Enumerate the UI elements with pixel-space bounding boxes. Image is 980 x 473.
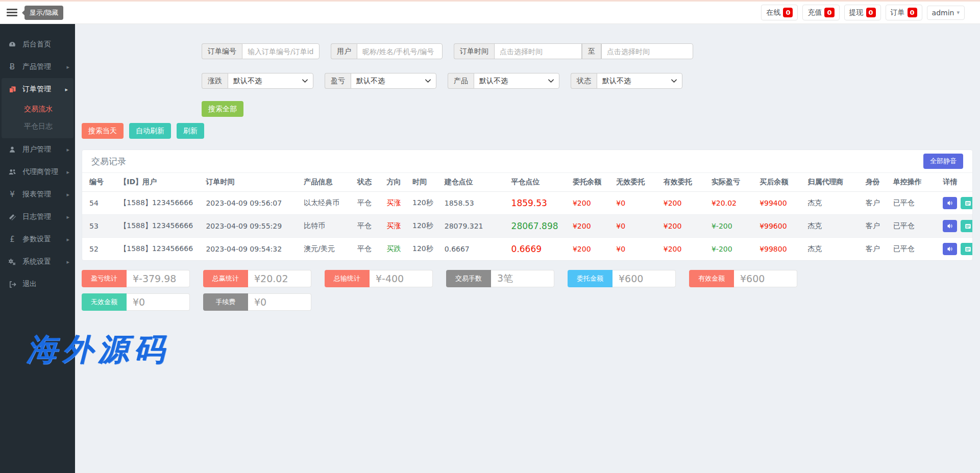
cell-open: 1858.53 [437,192,504,215]
sidebar-item-reports[interactable]: ¥ 报表管理 ▸ [0,183,75,206]
chevron-down-icon [671,79,677,83]
col-identity: 身份 [859,173,886,192]
cell-entrust-balance: ¥200 [566,238,609,261]
sidebar-item-logs[interactable]: 日志管理 ▸ [0,206,75,228]
col-close-point: 平仓点位 [504,173,566,192]
status-select[interactable]: 默认不选 [597,73,682,89]
search-all-button[interactable]: 搜索全部 [202,101,243,117]
col-open-point: 建仓点位 [437,173,504,192]
list-icon [965,223,971,230]
cell-profit: ¥-200 [704,238,752,261]
cell-product: 比特币 [297,215,350,238]
refresh-button[interactable]: 刷新 [177,123,204,139]
cell-invalid-entrust: ¥0 [609,215,656,238]
sidebar-toggle-icon[interactable] [7,7,17,18]
recharge-count-button[interactable]: 充值 0 [802,5,839,20]
sidebar-item-label: 报表管理 [22,190,51,199]
profit-select[interactable]: 默认不选 [351,73,436,89]
search-today-button[interactable]: 搜索当天 [82,123,124,139]
sidebar-item-parameters[interactable]: £ 参数设置 ▸ [0,228,75,251]
admin-menu-button[interactable]: admin ▾ [927,6,965,20]
sidebar-item-dashboard[interactable]: 后台首页 [0,33,75,56]
detail-button[interactable] [961,220,972,232]
cell-entrust-balance: ¥200 [566,192,609,215]
sidebar-subitem-close-log[interactable]: 平仓日志 [2,118,74,135]
chevron-right-icon: ▸ [66,169,69,176]
stat-label: 委托金额 [568,270,612,287]
cell-id: 54 [82,192,112,215]
voice-button[interactable] [943,197,957,209]
cell-direction: 买涨 [379,215,405,238]
users-icon [7,168,18,176]
chevron-right-icon: ▸ [66,146,69,153]
filter-profit: 盈亏 默认不选 [325,73,436,89]
pound-icon: £ [7,235,18,244]
recharge-badge: 0 [824,8,834,17]
stat-fee: 手续费 ¥0 [203,293,311,311]
filter-product-label: 产品 [448,73,474,89]
sidebar-item-orders[interactable]: 订单管理 ▸ [2,78,74,101]
sidebar-item-label: 日志管理 [22,212,51,221]
updown-select[interactable]: 默认不选 [228,73,313,89]
sidebar-item-logout[interactable]: 退出 [0,273,75,295]
stat-value: 3笔 [491,270,554,287]
sidebar-group-orders: 订单管理 ▸ 交易流水 平仓日志 [2,78,74,138]
sidebar-item-label: 用户管理 [22,145,51,154]
filters-row-1: 订单编号 用户 订单时间 至 [202,43,693,59]
filter-user-label: 用户 [331,43,357,59]
volume-icon [947,246,953,252]
col-after-balance: 买后余额 [752,173,800,192]
product-select[interactable]: 默认不选 [474,73,559,89]
filter-profit-label: 盈亏 [325,73,351,89]
table-row: 52 【1588】123456666 2023-04-09 09:54:32 澳… [82,238,972,261]
withdraw-count-button[interactable]: 提现 0 [844,5,881,20]
col-id: 编号 [82,173,112,192]
sidebar-item-agents[interactable]: 代理商管理 ▸ [0,161,75,183]
cell-id: 52 [82,238,112,261]
withdraw-badge: 0 [866,8,876,17]
user-input[interactable] [357,43,443,59]
chevron-down-icon: ▾ [957,9,960,16]
filters-row-2: 涨跌 默认不选 盈亏 默认不选 产品 默认不选 状态 默认不选 [202,73,682,89]
cell-open: 0.6667 [437,238,504,261]
sidebar-item-system[interactable]: 系统设置 ▸ [0,251,75,273]
detail-button[interactable] [961,197,972,209]
voice-button[interactable] [943,243,957,255]
order-no-input[interactable] [242,43,320,59]
list-icon [965,200,971,207]
order-badge: 0 [908,8,917,17]
col-product: 产品信息 [297,173,350,192]
auto-refresh-button[interactable]: 自动刷新 [129,123,171,139]
status-select-value: 默认不选 [602,77,631,86]
voice-button[interactable] [943,220,957,232]
recharge-label: 充值 [807,8,822,17]
stat-value: ¥-379.98 [127,270,190,287]
time-from-input[interactable] [494,43,582,59]
stat-label: 手续费 [203,293,248,311]
cell-duration: 120秒 [405,238,437,261]
mute-all-button[interactable]: 全部静音 [923,154,963,169]
sidebar-item-users[interactable]: 用户管理 ▸ [0,138,75,161]
yen-icon: ¥ [7,190,18,199]
sidebar-item-products[interactable]: Ƀ 产品管理 ▸ [0,56,75,78]
col-order-time: 订单时间 [199,173,297,192]
sidebar-item-label: 产品管理 [22,62,51,71]
online-count-button[interactable]: 在线 0 [761,5,798,20]
chevron-right-icon: ▸ [66,214,69,220]
cell-profit: ¥20.02 [704,192,752,215]
sidebar-subitem-trade-flow[interactable]: 交易流水 [2,101,74,118]
updown-select-value: 默认不选 [233,77,262,86]
cell-control: 已平仓 [886,192,936,215]
cell-close: 0.6669 [504,238,566,261]
time-to-input[interactable] [601,43,693,59]
chevron-right-icon: ▸ [66,191,69,198]
detail-button[interactable] [961,243,972,255]
col-actual-profit: 实际盈亏 [704,173,752,192]
files-icon [7,86,18,93]
table-row: 54 【1588】123456666 2023-04-09 09:56:07 以… [82,192,972,215]
trade-records-panel: 交易记录 全部静音 编号 【ID】用户 订单时间 产品信息 状态 方向 时间 [82,150,973,261]
order-label: 订单 [891,8,905,17]
col-user: 【ID】用户 [112,173,199,192]
order-count-button[interactable]: 订单 0 [886,5,922,20]
stat-value: ¥0 [127,293,190,311]
